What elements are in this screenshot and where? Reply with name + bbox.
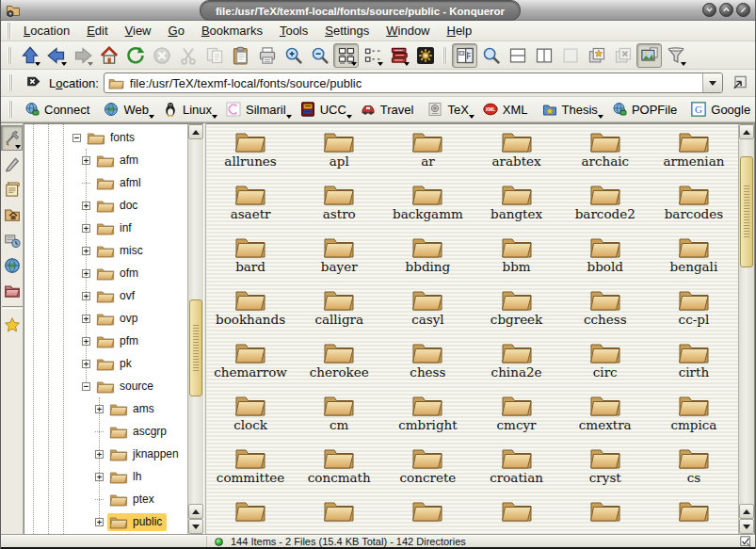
bookmark-connect[interactable]: Connect: [18, 99, 96, 120]
zoom-out-button[interactable]: [307, 43, 332, 68]
expand-icon[interactable]: +: [82, 337, 90, 346]
bookmark-thesis[interactable]: Thesis: [536, 99, 604, 120]
tree-item-doc[interactable]: +doc: [24, 194, 187, 217]
folder-item-china2e[interactable]: china2e: [472, 337, 560, 390]
menu-edit[interactable]: Edit: [78, 22, 116, 40]
expand-icon[interactable]: +: [82, 269, 90, 278]
folder-item-clipped[interactable]: [206, 495, 295, 534]
folder-item-concrete[interactable]: concrete: [383, 443, 472, 495]
bookmark-linux[interactable]: Linux: [156, 99, 218, 120]
folder-item-arabtex[interactable]: arabtex: [472, 126, 560, 179]
folder-item-clipped[interactable]: [383, 495, 472, 534]
tree-item-fonts[interactable]: −fonts: [24, 126, 187, 149]
collapse-icon[interactable]: −: [82, 382, 90, 391]
menu-go[interactable]: Go: [160, 22, 193, 40]
tree-item-body[interactable]: ams: [107, 400, 159, 418]
embedded-viewer-button[interactable]: [412, 43, 438, 68]
sidebar-tab-network[interactable]: [1, 252, 23, 278]
tree-item-body[interactable]: ptex: [107, 491, 159, 509]
collapse-icon[interactable]: −: [72, 134, 81, 142]
bookshelf-view-mode-button[interactable]: [386, 43, 411, 68]
bookmark-silmaril[interactable]: Silmaril: [219, 99, 293, 120]
tree-item-body[interactable]: afml: [94, 174, 146, 192]
folder-item-circ[interactable]: circ: [561, 337, 650, 390]
folder-item-cmcyr[interactable]: cmcyr: [472, 390, 560, 443]
folder-item-clipped[interactable]: [650, 495, 738, 534]
expand-icon[interactable]: +: [95, 518, 104, 526]
tree-item-ofm[interactable]: +ofm: [24, 262, 187, 284]
tree-item-body[interactable]: doc: [94, 197, 142, 215]
tree-item-lh[interactable]: +lh: [24, 465, 187, 488]
expand-icon[interactable]: +: [95, 450, 104, 459]
folder-item-concmath[interactable]: concmath: [295, 443, 383, 495]
menu-tools[interactable]: Tools: [271, 22, 316, 40]
folder-item-barcodes[interactable]: barcodes: [650, 179, 738, 232]
main-scroll-up-button[interactable]: [739, 124, 754, 139]
expand-icon[interactable]: +: [82, 224, 90, 233]
paste-button[interactable]: [228, 43, 253, 68]
tree-item-ovf[interactable]: +ovf: [24, 284, 187, 307]
folder-item-bbm[interactable]: bbm: [472, 232, 560, 284]
expand-icon[interactable]: +: [95, 405, 104, 413]
tree-item-body[interactable]: public: [107, 513, 167, 531]
folder-item-clipped[interactable]: [472, 495, 560, 534]
folder-item-cchess[interactable]: cchess: [561, 284, 650, 337]
folder-item-cryst[interactable]: cryst: [561, 443, 650, 495]
folder-item-cbgreek[interactable]: cbgreek: [472, 284, 560, 337]
new-tab-button[interactable]: [584, 43, 609, 68]
print-button[interactable]: [254, 43, 280, 68]
zoom-in-button[interactable]: [281, 43, 306, 68]
folder-item-cmbright[interactable]: cmbright: [383, 390, 472, 443]
locationbar-handle[interactable]: [8, 74, 13, 91]
folder-item-barcode2[interactable]: barcode2: [561, 179, 650, 232]
bookmark-tex[interactable]: TeX: [421, 99, 475, 120]
tree-item-body[interactable]: source: [94, 378, 158, 396]
titlebar[interactable]: file:/usr/TeX/texmf-local/fonts/source/p…: [1, 0, 755, 21]
tree-item-public[interactable]: +public: [24, 510, 187, 533]
sidebar-tab-pen[interactable]: [1, 151, 23, 176]
folder-item-backgamm[interactable]: backgamm: [383, 179, 472, 232]
expand-icon[interactable]: +: [82, 315, 90, 323]
bookmark-google[interactable]: GGoogle: [684, 99, 756, 120]
tree-scroll-up-button[interactable]: [188, 124, 203, 139]
icon-view-mode-button[interactable]: [333, 43, 359, 68]
location-dropdown-button[interactable]: [702, 73, 722, 92]
tree-item-body[interactable]: pfm: [94, 332, 143, 350]
menu-window[interactable]: Window: [378, 22, 438, 40]
tree-item-body[interactable]: lh: [107, 468, 146, 486]
bookmark-travel[interactable]: Travel: [354, 99, 421, 120]
minimize-button[interactable]: [702, 3, 716, 17]
find-button[interactable]: [478, 43, 504, 68]
tree-item-afm[interactable]: +afm: [24, 149, 187, 171]
expand-icon[interactable]: +: [82, 247, 90, 255]
folder-item-chess[interactable]: chess: [383, 337, 472, 390]
folder-item-committee[interactable]: committee: [206, 443, 295, 495]
menu-help[interactable]: Help: [439, 22, 481, 40]
folder-item-bangtex[interactable]: bangtex: [472, 179, 560, 232]
tree-item-source[interactable]: −source: [24, 375, 187, 397]
sidebar-tab-services[interactable]: [1, 227, 23, 252]
filter-button[interactable]: [663, 43, 688, 68]
main-scroll-up-button-2[interactable]: [739, 504, 754, 519]
folder-item-ar[interactable]: ar: [383, 126, 472, 179]
folder-item-clipped[interactable]: [295, 495, 383, 534]
split-view-top-bottom-button[interactable]: [505, 43, 530, 68]
expand-icon[interactable]: +: [82, 202, 90, 210]
tree-item-body[interactable]: misc: [94, 242, 148, 260]
tree-item-body[interactable]: ascgrp: [107, 423, 171, 441]
tree-item-afml[interactable]: afml: [24, 171, 187, 194]
tree-item-body[interactable]: ovf: [94, 287, 139, 305]
go-button[interactable]: [728, 72, 751, 94]
page-indicator-icon[interactable]: [740, 536, 751, 547]
maximize-button[interactable]: [719, 3, 733, 17]
tree-item-body[interactable]: ovp: [94, 310, 142, 328]
bookmark-ucc[interactable]: UCC: [294, 99, 353, 120]
bookmark-popfile[interactable]: POPFile: [605, 99, 684, 120]
folder-item-cmpica[interactable]: cmpica: [650, 390, 738, 443]
expand-icon[interactable]: +: [82, 156, 90, 165]
folder-item-bbold[interactable]: bbold: [561, 232, 650, 284]
folder-item-clipped[interactable]: [561, 495, 650, 534]
location-combobox[interactable]: [104, 73, 723, 93]
list-view-mode-button[interactable]: [360, 43, 385, 68]
menu-view[interactable]: View: [117, 22, 160, 40]
